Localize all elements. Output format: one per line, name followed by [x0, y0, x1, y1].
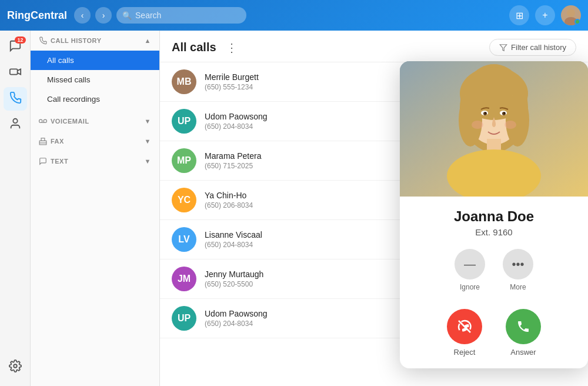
reject-action[interactable]: Reject [447, 309, 482, 357]
svg-point-25 [485, 112, 486, 114]
online-status-dot [574, 19, 580, 25]
settings-icon [9, 360, 22, 375]
sidebar-contacts-button[interactable] [4, 113, 27, 137]
svg-point-18 [506, 94, 529, 147]
reject-button[interactable] [447, 309, 482, 344]
voicemail-chevron: ▼ [145, 118, 151, 125]
filter-button[interactable]: Filter call history [489, 39, 576, 56]
svg-point-27 [472, 121, 483, 129]
contact-avatar: MP [172, 148, 196, 173]
incoming-call-overlay: Joanna Doe Ext. 9160 — Ignore ••• More [400, 61, 588, 368]
caller-photo [400, 61, 588, 197]
search-wrap: 🔍 [116, 7, 505, 24]
icon-sidebar: 12 [0, 31, 31, 386]
answer-action[interactable]: Answer [506, 309, 541, 357]
back-icon: ‹ [81, 11, 84, 20]
reject-label: Reject [454, 348, 476, 357]
text-icon [39, 157, 47, 165]
fax-label: FAX [51, 138, 64, 145]
svg-point-6 [44, 119, 46, 122]
filter-label: Filter call history [511, 43, 566, 52]
voicemail-section-header[interactable]: VOICEMAIL ▼ [31, 111, 159, 131]
content-menu-button[interactable]: ⋮ [222, 39, 241, 56]
ignore-action[interactable]: — Ignore [455, 249, 485, 291]
contacts-icon [9, 117, 22, 133]
forward-button[interactable]: › [95, 7, 112, 24]
text-section-header[interactable]: TEXT ▼ [31, 151, 159, 171]
more-label: More [510, 283, 526, 291]
settings-button[interactable] [4, 355, 27, 379]
add-button[interactable]: + [535, 5, 555, 25]
phone-small-icon [39, 36, 47, 45]
text-chevron: ▼ [145, 158, 151, 165]
fax-icon [39, 137, 47, 145]
svg-rect-8 [39, 143, 46, 145]
content-area: All calls ⋮ Filter call history MB Merri… [160, 31, 588, 386]
svg-point-17 [459, 94, 482, 147]
more-button[interactable]: ••• [503, 249, 533, 279]
svg-rect-2 [9, 69, 17, 74]
contact-avatar: LV [172, 227, 196, 252]
svg-point-5 [39, 119, 42, 122]
sidebar-video-button[interactable] [4, 61, 27, 85]
caller-name: Joanna Doe [412, 208, 576, 225]
nav-panel: CALL HISTORY ▲ All calls Missed calls Ca… [31, 31, 160, 386]
ignore-label: Ignore [460, 283, 480, 291]
search-input[interactable] [116, 7, 246, 24]
answer-icon [516, 320, 530, 334]
main-layout: 12 [0, 31, 588, 386]
sidebar-messages-button[interactable]: 12 [4, 35, 27, 59]
forward-icon: › [102, 11, 105, 20]
voicemail-label: VOICEMAIL [51, 118, 89, 125]
nav-all-calls[interactable]: All calls [31, 51, 159, 70]
svg-point-4 [14, 364, 17, 368]
answer-button[interactable] [506, 309, 541, 344]
video-icon [9, 65, 22, 81]
incoming-info: Joanna Doe Ext. 9160 — Ignore ••• More [400, 197, 588, 303]
sidebar-phone-button[interactable] [4, 87, 27, 111]
page-title: All calls [172, 41, 216, 54]
contact-avatar: JM [172, 267, 196, 291]
user-avatar-wrap[interactable] [561, 5, 581, 25]
caller-portrait [400, 61, 588, 197]
answer-row: Reject Answer [400, 303, 588, 368]
more-icon: ••• [512, 258, 524, 271]
call-history-section-header[interactable]: CALL HISTORY ▲ [31, 31, 159, 51]
voicemail-icon [39, 117, 47, 125]
contact-avatar: UP [172, 306, 196, 331]
svg-point-3 [13, 118, 17, 122]
svg-point-28 [505, 121, 516, 129]
nav-call-recordings[interactable]: Call recordings [31, 89, 159, 109]
grid-button[interactable]: ⊞ [509, 5, 529, 25]
svg-point-23 [483, 112, 487, 115]
messages-badge: 12 [15, 36, 25, 44]
sidebar-bottom [4, 355, 27, 386]
fax-section-header[interactable]: FAX ▼ [31, 131, 159, 151]
contact-avatar: MB [172, 69, 196, 94]
reject-icon [457, 320, 472, 334]
call-history-label: CALL HISTORY [51, 37, 101, 44]
more-action[interactable]: ••• More [503, 249, 533, 291]
svg-marker-10 [500, 44, 507, 51]
svg-point-24 [502, 112, 506, 115]
contact-avatar: UP [172, 109, 196, 134]
app-logo: RingCentral [7, 9, 67, 22]
content-header: All calls ⋮ Filter call history [160, 31, 588, 62]
nav-missed-calls[interactable]: Missed calls [31, 70, 159, 89]
call-history-chevron: ▲ [145, 37, 151, 44]
svg-rect-9 [41, 138, 45, 141]
text-label: TEXT [51, 158, 68, 165]
filter-icon [499, 44, 507, 52]
caller-ext: Ext. 9160 [412, 227, 576, 237]
add-icon: + [542, 10, 547, 21]
call-action-row: — Ignore ••• More [412, 249, 576, 291]
answer-label: Answer [510, 348, 536, 357]
fax-chevron: ▼ [145, 138, 151, 145]
ignore-icon: — [464, 258, 476, 271]
back-button[interactable]: ‹ [74, 7, 91, 24]
phone-icon [9, 91, 22, 107]
ignore-button[interactable]: — [455, 249, 485, 279]
svg-point-0 [567, 9, 575, 17]
grid-icon: ⊞ [516, 10, 523, 21]
topbar: RingCentral ‹ › 🔍 ⊞ + [0, 0, 588, 31]
